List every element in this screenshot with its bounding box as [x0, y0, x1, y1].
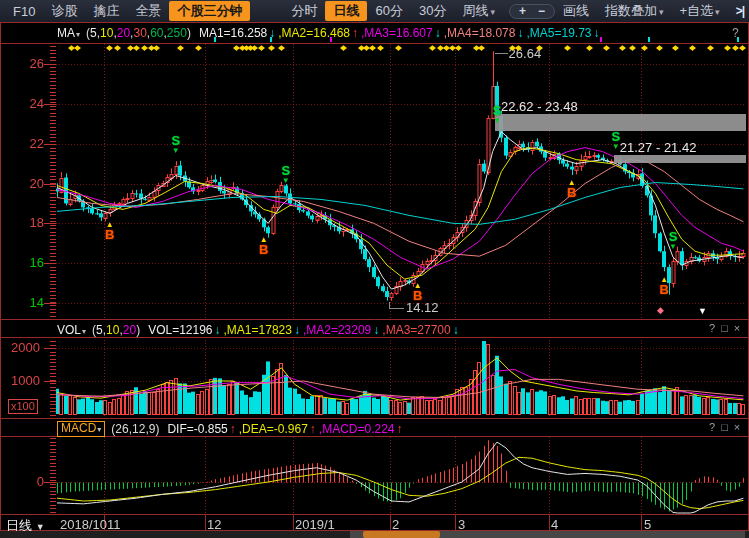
ma-params: (5,10,20,30,60,250): [86, 26, 191, 40]
vol-maximize-icon[interactable]: □: [721, 322, 728, 334]
signal-diamond-icon: ◆: [133, 45, 140, 52]
scrollbar-thumb[interactable]: [363, 531, 440, 538]
toolbar-right-tab-2[interactable]: +自选▾: [672, 1, 728, 21]
toolbar-tab-2[interactable]: 擒庄: [85, 1, 127, 21]
signal-diamond-icon: ◆: [153, 45, 160, 52]
vol-window-icons: ?□×: [709, 322, 740, 334]
price-axis-label-18: 18: [12, 215, 44, 230]
ma-value-1: ,MA2=16.468↑: [278, 26, 359, 40]
down-arrow-icon: ▼: [490, 116, 504, 126]
trend-arrow-icon: ↓: [593, 26, 599, 40]
signal-diamond-icon: ◆: [377, 45, 384, 52]
period-tab-0[interactable]: 分时: [283, 1, 325, 21]
sell-signal-marker: S▼: [279, 166, 293, 186]
toolbar-tab-1[interactable]: 诊股: [43, 1, 85, 21]
macd-values: DIF=-0.855↑,DEA=-0.967↑,MACD=0.224↑: [167, 422, 405, 436]
ma-selector-label: MA: [57, 26, 75, 40]
ma-value-2: ,MA3=16.607↓: [361, 26, 442, 40]
macd-window-icons: ?□×: [709, 421, 740, 433]
bottom-signal-icon: ◆: [657, 306, 664, 315]
signal-diamond-icon: ◆: [536, 45, 543, 52]
period-tab-3[interactable]: 30分: [411, 1, 454, 21]
buy-signal-marker: ▲B: [411, 281, 425, 301]
sell-letter: S: [666, 232, 680, 242]
vol-indicator-selector[interactable]: VOL▾: [57, 323, 86, 337]
sell-letter: S: [490, 106, 504, 116]
ma-indicator-selector[interactable]: MA▾: [57, 26, 80, 40]
signal-diamond-icon: ◆: [395, 45, 402, 52]
ma-value-3: ,MA4=18.078↓: [444, 26, 525, 40]
chevron-down-icon: ▾: [659, 7, 664, 17]
vol-axis-label-2000: 2000: [8, 340, 40, 355]
signal-diamond-icon: ◆: [141, 45, 148, 52]
signal-diamond-icon: ◆: [195, 45, 202, 52]
signal-diamond-icon: ◆: [429, 45, 436, 52]
vol-values: VOL=12196↓,MA1=17823↓,MA2=23209↓,MA3=277…: [148, 323, 462, 337]
collapse-panel-icon[interactable]: >|: [736, 4, 744, 18]
resistance-band-0: [495, 114, 746, 131]
resistance-band-label-0: 22.62 - 23.48: [501, 99, 578, 114]
callout-line: [495, 53, 508, 54]
signal-diamond-icon: ◆: [114, 45, 121, 52]
period-tab-4[interactable]: 周线▾: [454, 1, 503, 21]
toolbar-tab-f10[interactable]: F10: [5, 3, 43, 20]
main-help-icon[interactable]: ?: [732, 26, 739, 40]
signal-diamond-icon: ◆: [251, 45, 258, 52]
signal-diamond-icon: ◆: [707, 45, 714, 52]
date-label-2: 2: [392, 517, 399, 532]
period-tab-2[interactable]: 60分: [367, 1, 410, 21]
chevron-down-icon: ▾: [76, 30, 80, 39]
price-axis-label-20: 20: [12, 176, 44, 191]
toolbar-left-tabs: F10诊股擒庄全景个股三分钟: [5, 1, 250, 21]
date-label-12: 12: [207, 517, 221, 532]
date-label-2019/1: 2019/1: [295, 517, 335, 532]
trend-arrow-icon: ↓: [294, 323, 300, 337]
macd-indicator-selector[interactable]: MACD▾: [57, 421, 105, 437]
macd-legend-row: MACD▾ (26,12,9) DIF=-0.855↑,DEA=-0.967↑,…: [57, 421, 406, 436]
trend-arrow-icon: ↓: [269, 26, 275, 40]
buy-letter: B: [257, 245, 271, 255]
price-axis-label-22: 22: [12, 136, 44, 151]
vol-params: (5,10,20): [92, 323, 140, 337]
ma-legend-row: MA▾ (5,10,20,30,60,250) MA1=16.258↓,MA2=…: [57, 25, 602, 40]
chevron-down-icon: ▾: [490, 7, 495, 17]
ma-value-4: ,MA5=19.73↓: [526, 26, 600, 40]
macd-selector-label: MACD: [61, 421, 96, 435]
buy-letter: B: [103, 230, 117, 240]
trend-arrow-icon: ↓: [517, 26, 523, 40]
toolbar-right-tab-1[interactable]: 指数叠加▾: [597, 1, 672, 21]
toolbar-tab-3[interactable]: 全景: [127, 1, 169, 21]
signal-diamond-icon: ◆: [641, 45, 648, 52]
date-label-5: 5: [644, 517, 651, 532]
callout-line: [389, 308, 404, 309]
sell-letter: S: [279, 166, 293, 176]
period-tab-1[interactable]: 日线: [325, 1, 367, 21]
signal-diamond-icon: ◆: [106, 45, 113, 52]
ma-values: MA1=16.258↓,MA2=16.468↑,MA3=16.607↓,MA4=…: [199, 26, 603, 40]
buy-signal-marker: ▲B: [103, 220, 117, 240]
toolbar-right-tabs: 画线指数叠加▾+自选▾: [555, 1, 728, 21]
vol-value-3: ,MA3=27700↓: [382, 323, 459, 337]
macd-close-icon[interactable]: ×: [734, 421, 740, 433]
zoom-in-button[interactable]: +: [519, 5, 526, 18]
sell-signal-marker: S▼: [169, 136, 183, 156]
vol-help-icon[interactable]: ?: [709, 322, 715, 334]
buy-letter: B: [411, 291, 425, 301]
signal-diamond-icon: ◆: [268, 45, 275, 52]
chevron-down-icon: ▾: [82, 327, 86, 336]
resistance-band-label-1: 21.27 - 21.42: [620, 140, 697, 155]
toolbar: F10诊股擒庄全景个股三分钟 分时日线60分30分周线▾ + − 画线指数叠加▾…: [0, 0, 749, 22]
vol-close-icon[interactable]: ×: [734, 322, 740, 334]
volume-unit-label: x100: [8, 399, 38, 414]
zoom-out-button[interactable]: −: [538, 5, 545, 18]
trend-arrow-icon: ↓: [373, 323, 379, 337]
trend-arrow-icon: ↓: [453, 323, 459, 337]
signal-diamond-icon: ◆: [656, 45, 663, 52]
signal-diamond-icon: ◆: [629, 45, 636, 52]
macd-value-0: DIF=-0.855↑: [167, 422, 236, 436]
toolbar-tab-4[interactable]: 个股三分钟: [169, 1, 250, 21]
toolbar-right-tab-0[interactable]: 画线: [555, 1, 597, 21]
vol-value-2: ,MA2=23209↓: [303, 323, 380, 337]
macd-help-icon[interactable]: ?: [709, 421, 715, 433]
macd-maximize-icon[interactable]: □: [721, 421, 728, 433]
